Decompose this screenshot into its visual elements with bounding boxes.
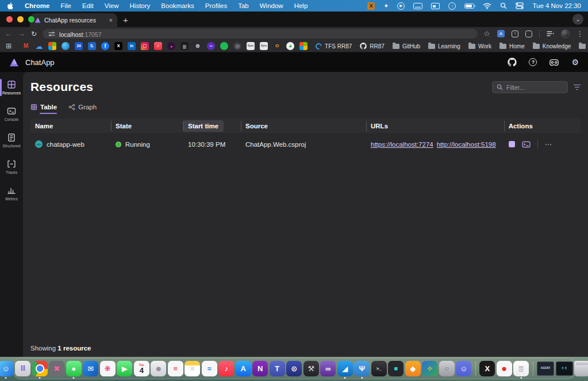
freeform-icon[interactable]: ≈ <box>202 361 217 376</box>
pink-star-app-icon[interactable]: ✖ <box>49 361 64 376</box>
code-window-thumbnail[interactable]: ≣ ≣ <box>556 361 573 376</box>
bookmark-folder-ai[interactable]: AI <box>579 43 588 49</box>
orange-o-favicon[interactable]: O <box>273 42 281 50</box>
launchpad-icon[interactable]: ⠿ <box>15 361 30 376</box>
resource-url-https[interactable]: https://localhost:7274 <box>371 141 433 148</box>
bookmark-folder-github[interactable]: GitHub <box>393 43 420 49</box>
console-logs-button[interactable] <box>522 141 531 148</box>
apple-menu-icon[interactable] <box>7 2 14 10</box>
extensions-icon[interactable] <box>525 31 532 37</box>
striped-favicon[interactable]: ||| <box>180 42 189 50</box>
music-favicon[interactable]: ♪ <box>154 42 162 50</box>
back-button[interactable]: ← <box>5 29 12 38</box>
bookmark-tfs-rr87[interactable]: TFS RR87 <box>316 43 352 49</box>
spotlight-icon[interactable] <box>500 2 507 9</box>
teams-icon[interactable]: T <box>270 361 285 376</box>
column-header-urls[interactable]: URLs <box>366 119 504 134</box>
app-store-icon[interactable]: A <box>236 361 251 376</box>
passwords-icon[interactable]: ⊙ <box>286 361 302 376</box>
color-keys-icon[interactable]: ✧ <box>422 361 437 376</box>
sync-favicon-1[interactable]: Sync <box>247 42 255 50</box>
agent-window-thumbnail[interactable]: AGENT <box>537 361 554 376</box>
filter-input[interactable] <box>506 84 563 91</box>
trash-icon[interactable] <box>574 361 588 376</box>
dock-divider-2[interactable] <box>533 361 533 376</box>
menu-file[interactable]: File <box>60 2 71 9</box>
minimize-window-button[interactable] <box>17 16 24 22</box>
browser-tab[interactable]: ChatApp resources × <box>30 13 117 27</box>
wifi-status-icon[interactable] <box>483 3 491 9</box>
vscode-icon[interactable]: ◢ <box>337 361 353 376</box>
help-icon[interactable]: ? <box>529 58 537 66</box>
side-panel-icon[interactable] <box>547 31 554 37</box>
profile-avatar[interactable] <box>561 29 570 38</box>
fork-icon[interactable]: Ψ <box>354 361 370 376</box>
notes-icon[interactable]: ≡ <box>185 361 200 376</box>
tab-search-button[interactable]: ⌄ <box>572 14 583 25</box>
bookmark-rr87[interactable]: RR87 <box>360 43 385 49</box>
red-circle-app-icon[interactable]: ● <box>497 361 512 376</box>
bookmark-star-icon[interactable]: ☆ <box>483 29 490 38</box>
resource-url-http[interactable]: http://localhost:5198 <box>437 141 496 148</box>
visual-studio-icon[interactable]: ∞ <box>320 361 336 376</box>
bookmark-folder-home[interactable]: Home <box>499 43 525 49</box>
play-status-icon[interactable]: ▶ <box>397 2 405 10</box>
column-header-name[interactable]: Name <box>30 119 111 134</box>
bookmark-folder-work[interactable]: Work <box>468 43 491 49</box>
filter-funnel-icon[interactable] <box>574 85 581 90</box>
translate-icon[interactable]: A <box>497 30 505 37</box>
forward-button[interactable]: → <box>18 29 25 38</box>
menu-help[interactable]: Help <box>294 2 308 9</box>
filter-box[interactable] <box>492 81 568 93</box>
terminal-icon[interactable]: >_ <box>371 361 387 376</box>
globe-favicon[interactable]: ⊕ <box>194 42 202 50</box>
menu-edit[interactable]: Edit <box>82 2 94 9</box>
browser-menu-kebab-icon[interactable]: ⋮ <box>577 30 583 38</box>
apps-grid-icon[interactable]: ⊞ <box>6 42 11 50</box>
messages-icon[interactable]: ● <box>66 361 82 376</box>
control-center-icon[interactable] <box>516 2 524 9</box>
sidebar-item-console[interactable]: Console <box>0 102 23 126</box>
tab-close-icon[interactable]: × <box>109 17 113 24</box>
gmail-favicon[interactable]: M <box>22 42 30 50</box>
facetime-icon[interactable]: ▶ <box>117 361 132 376</box>
edge-favicon[interactable] <box>62 42 70 50</box>
stop-resource-button[interactable] <box>509 141 515 147</box>
menu-tab[interactable]: Tab <box>238 2 249 9</box>
dock-divider-1[interactable] <box>475 361 476 376</box>
teal-square-app-icon[interactable]: ■ <box>388 361 403 376</box>
textedit-icon[interactable]: ≣ <box>513 361 529 376</box>
new-tab-button[interactable]: + <box>123 15 128 25</box>
purple-wave-favicon[interactable]: ~ <box>207 42 215 50</box>
reload-button[interactable]: ↻ <box>31 30 37 38</box>
outlook-icon[interactable]: ✉ <box>83 361 98 376</box>
menu-profiles[interactable]: Profiles <box>205 2 227 9</box>
more-actions-button[interactable]: ⋯ <box>545 140 552 148</box>
green-ring-favicon[interactable]: ◕ <box>286 42 294 50</box>
discord-icon[interactable]: ☺ <box>456 361 471 376</box>
apple-music-icon[interactable]: ♪ <box>218 361 234 376</box>
cloud-favicon[interactable]: ☁ <box>35 42 43 50</box>
pinwheel-icon[interactable]: ✦ <box>383 2 389 10</box>
settings-gear-icon[interactable]: ⚙ <box>571 58 579 67</box>
sidebar-item-metrics[interactable]: Metrics <box>0 181 23 205</box>
sidebar-item-structured[interactable]: Structured <box>0 128 23 153</box>
x-app-status-icon[interactable]: X <box>367 2 375 10</box>
close-window-button[interactable] <box>6 16 13 22</box>
sidebar-item-traces[interactable]: Traces <box>0 155 23 179</box>
facebook-favicon[interactable]: f <box>101 42 109 50</box>
keychain-icon[interactable]: ○ <box>439 361 455 376</box>
bookmark-folder-knowledge[interactable]: Knowledge <box>533 43 571 49</box>
send-to-device-icon[interactable]: ↑ <box>512 31 518 37</box>
green-circle-favicon[interactable] <box>220 42 228 50</box>
column-header-source[interactable]: Source <box>241 119 366 134</box>
gear-circle-favicon[interactable]: ◎ <box>233 42 241 50</box>
sync-favicon-2[interactable]: Sync <box>260 42 268 50</box>
site-settings-icon[interactable] <box>48 29 55 39</box>
contacts-icon[interactable]: ☻ <box>151 361 166 376</box>
maximize-window-button[interactable] <box>28 16 34 22</box>
24-favicon[interactable]: 24 <box>75 42 83 50</box>
bookmark-folder-learning[interactable]: Learning <box>428 43 460 49</box>
menu-chrome[interactable]: Chrome <box>25 2 49 9</box>
address-bar[interactable]: localhost:17057 <box>43 29 478 39</box>
